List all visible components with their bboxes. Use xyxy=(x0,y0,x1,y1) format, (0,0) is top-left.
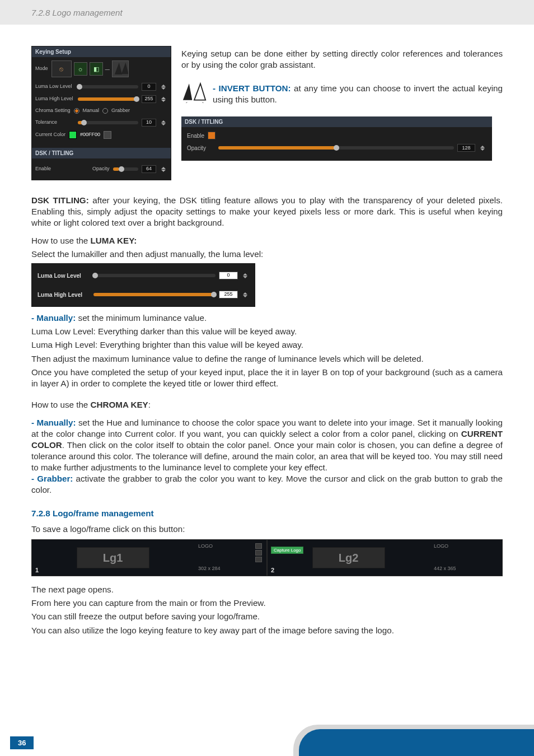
tolerance-spinner[interactable] xyxy=(160,119,167,127)
chroma-manual-label: - Manually: xyxy=(31,418,76,427)
logo-1-expand-icon[interactable] xyxy=(255,550,262,556)
chroma-howto-prefix: How to use the xyxy=(31,400,91,409)
luma-high-explain: Luma High Level: Everything brighter tha… xyxy=(31,339,503,351)
luma-low-spinner[interactable] xyxy=(160,83,167,91)
luma-howto-prefix: How to use the xyxy=(31,236,91,245)
luma-then-line: Then adjust the maximum luminance value … xyxy=(31,353,503,365)
intro-column: Keying setup can be done either by setti… xyxy=(181,46,503,180)
opacity-small-spinner[interactable] xyxy=(160,165,167,173)
luma-low-value[interactable]: 0 xyxy=(142,83,156,91)
grabber-bullet: - Grabber: activate the grabber to grab … xyxy=(31,473,503,496)
logo-slot-2[interactable]: 2 Capture Logo Lg2 LOGO 442 x 365 xyxy=(267,539,503,576)
tolerance-label: Tolerance xyxy=(35,119,74,126)
page-content: Keying Setup Mode ⦸ ☼ ◧ – Luma Low Level xyxy=(0,25,534,650)
logo-2-size: 442 x 365 xyxy=(434,566,498,572)
luma-key-panel: Luma Low Level 0 Luma High Level 255 xyxy=(31,263,255,307)
luma-panel-low-slider[interactable] xyxy=(93,274,216,277)
page-number: 36 xyxy=(10,736,34,749)
dsk-titling-body: after your keying, the DSK titling featu… xyxy=(31,195,503,227)
opacity-small-label: Opacity xyxy=(92,166,110,172)
tolerance-slider[interactable] xyxy=(78,121,138,124)
invert-button-label: - INVERT BUTTON: xyxy=(213,83,291,93)
luma-low-slider[interactable] xyxy=(78,85,138,88)
current-color-swatch[interactable] xyxy=(69,131,77,139)
chroma-manual-text-1: set the Hue and luminance to choose the … xyxy=(31,418,503,438)
luma-panel-high-label: Luma High Level xyxy=(38,291,90,298)
top-row: Keying Setup Mode ⦸ ☼ ◧ – Luma Low Level xyxy=(31,46,503,180)
chroma-manual-bullet: - Manually: set the Hue and luminance to… xyxy=(31,417,503,473)
luma-low-explain: Luma Low Level: Everything darker than t… xyxy=(31,326,503,337)
chroma-manual-text-2: . Then click on the color itself to obta… xyxy=(31,440,503,472)
dsk-enable-toggle[interactable] xyxy=(208,132,216,139)
mode-label: Mode xyxy=(35,66,48,72)
luma-panel-low-label: Luma Low Level xyxy=(38,272,90,279)
luma-high-spinner[interactable] xyxy=(160,95,167,103)
keying-setup-panel: Keying Setup Mode ⦸ ☼ ◧ – Luma Low Level xyxy=(31,46,171,180)
chroma-grabber-label: Grabber xyxy=(111,108,130,114)
page-header: 7.2.8 Logo management xyxy=(0,0,534,25)
dsk-opacity-spinner[interactable] xyxy=(479,144,486,152)
opacity-small-slider[interactable] xyxy=(113,167,138,171)
color-picker-icon[interactable] xyxy=(104,131,111,139)
luma-panel-high-value[interactable]: 255 xyxy=(219,291,238,298)
dsk-titling-subtitle: DSK / TITLING xyxy=(32,148,171,158)
logo-2-typelabel: LOGO xyxy=(434,543,498,550)
closing-line-4: You can also utilize the logo keying fea… xyxy=(31,625,503,636)
logo-1-size: 302 x 284 xyxy=(198,566,262,572)
manually-body: set the minimum luminance value. xyxy=(76,313,207,323)
closing-line-2: From here you can capture from the main … xyxy=(31,598,503,609)
logo-slot-1[interactable]: 1 Lg1 LOGO 302 x 284 xyxy=(31,539,267,576)
logo-frame-strip: 1 Lg1 LOGO 302 x 284 2 Capture Logo xyxy=(31,539,503,576)
opacity-small-value[interactable]: 64 xyxy=(142,165,156,173)
dsk-enable-label: Enable xyxy=(187,132,204,139)
invert-icon xyxy=(181,81,207,103)
logo-1-gear-icon[interactable] xyxy=(255,543,262,549)
closing-line-1: The next page opens. xyxy=(31,584,503,595)
dsk-titling-heading: DSK TITLING: xyxy=(31,195,89,205)
chroma-colon: : xyxy=(148,400,151,409)
luma-panel-low-spinner[interactable] xyxy=(241,272,249,279)
luma-panel-high-slider[interactable] xyxy=(93,293,216,296)
chroma-manual-radio[interactable] xyxy=(74,108,79,114)
mode-luma-button[interactable]: ☼ xyxy=(74,62,87,76)
chroma-setting-label: Chroma Setting xyxy=(35,108,71,114)
logo-2-thumbnail: Lg2 xyxy=(312,547,385,568)
chroma-grabber-radio[interactable] xyxy=(102,108,108,114)
invert-block: - INVERT BUTTON: at any time you can cho… xyxy=(181,81,503,108)
enable-small-label: Enable xyxy=(35,166,74,172)
section-7-2-8-heading: 7.2.8 Logo/frame management xyxy=(31,508,503,519)
logo-intro-line: To save a logo/frame click on this butto… xyxy=(31,524,503,535)
svg-line-1 xyxy=(203,102,205,103)
current-color-label: Current Color xyxy=(35,132,65,138)
current-color-hex: #00FF00 xyxy=(80,132,100,138)
breadcrumb: 7.2.8 Logo management xyxy=(31,8,123,17)
dsk-titling-wide-panel: DSK / TITLING Enable Opacity 128 xyxy=(181,116,492,161)
grabber-body: activate the grabber to grab the color y… xyxy=(31,474,503,494)
chroma-key-label: CHROMA KEY xyxy=(91,400,148,409)
dsk-opacity-slider[interactable] xyxy=(218,146,454,150)
luma-select-line: Select the lumakiller and then adjust ma… xyxy=(31,249,503,260)
disabled-icon: ⦸ xyxy=(59,65,63,73)
page-footer: 36 xyxy=(0,720,534,756)
intro-paragraph: Keying setup can be done either by setti… xyxy=(181,48,503,71)
mode-none-button[interactable]: ⦸ xyxy=(51,60,72,77)
luma-high-value[interactable]: 255 xyxy=(142,95,156,103)
logo-1-typelabel: LOGO xyxy=(198,543,213,550)
luma-high-slider[interactable] xyxy=(78,97,138,101)
dsk-wide-title: DSK / TITLING xyxy=(181,116,492,127)
dsk-opacity-value[interactable]: 128 xyxy=(457,144,475,152)
keying-setup-title: Keying Setup xyxy=(32,46,171,57)
logo-1-save-icon[interactable] xyxy=(255,557,262,562)
mode-invert-button[interactable] xyxy=(112,60,129,77)
grabber-label: - Grabber: xyxy=(31,474,73,483)
luma-panel-high-spinner[interactable] xyxy=(241,291,249,298)
closing-line-3: You can still freeze the output before s… xyxy=(31,611,503,622)
luma-key-label: LUMA KEY: xyxy=(91,236,137,245)
chroma-manual-label: Manual xyxy=(83,108,100,114)
logo-1-thumbnail: Lg1 xyxy=(77,547,149,568)
mode-chroma-button[interactable]: ◧ xyxy=(90,62,103,76)
luma-panel-low-value[interactable]: 0 xyxy=(219,272,238,279)
svg-line-0 xyxy=(185,102,188,103)
manually-label: - Manually: xyxy=(31,313,76,323)
tolerance-value[interactable]: 10 xyxy=(142,119,156,127)
